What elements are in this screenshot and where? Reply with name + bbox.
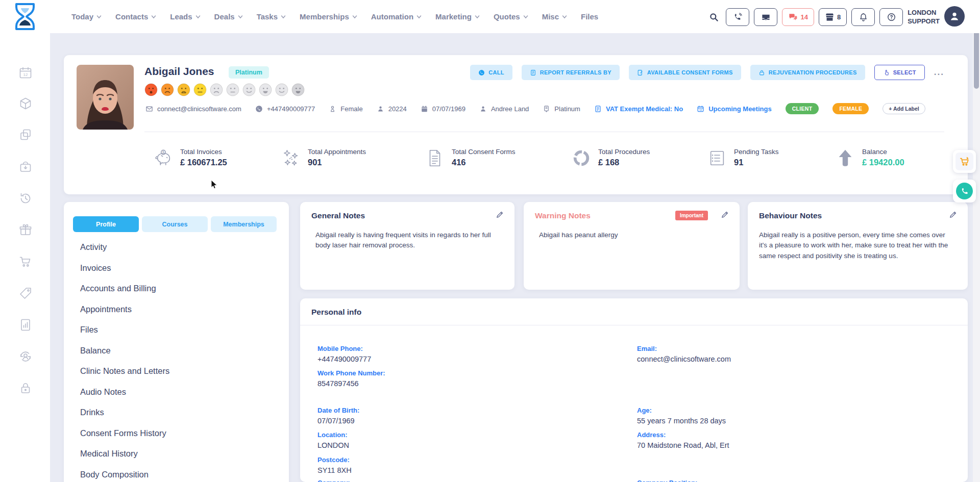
menu-item-appointments[interactable]: Appointments bbox=[80, 305, 132, 314]
menu-item-files[interactable]: Files bbox=[80, 325, 98, 335]
available-consent-forms-button[interactable]: AVAILABLE CONSENT FORMS bbox=[629, 65, 741, 80]
mood-happy-icon[interactable] bbox=[259, 83, 272, 96]
field-email: Email:connect@clinicsoftware.com bbox=[637, 345, 731, 363]
mood-angry-icon[interactable] bbox=[144, 83, 158, 96]
menu-item-balance[interactable]: Balance bbox=[80, 346, 111, 356]
rail-basket-calendar-icon[interactable] bbox=[18, 160, 33, 174]
rail-lock-icon[interactable] bbox=[18, 381, 33, 395]
user-avatar[interactable] bbox=[944, 6, 965, 27]
menu-item-activity[interactable]: Activity bbox=[80, 242, 107, 252]
mood-neutral-icon[interactable] bbox=[193, 83, 207, 96]
clinicsoftware-logo-icon[interactable] bbox=[12, 3, 38, 30]
rail-package-icon[interactable] bbox=[18, 96, 33, 111]
nav-item-files[interactable]: Files bbox=[581, 12, 598, 21]
patient-photo[interactable] bbox=[77, 65, 134, 130]
contact-link-vat-doc[interactable]: VAT Exempt Medical: No bbox=[594, 105, 683, 113]
edit-pencil-icon[interactable] bbox=[496, 210, 504, 219]
add-label-button[interactable]: + Add Label bbox=[883, 103, 925, 114]
mood-upset-icon[interactable] bbox=[161, 83, 174, 96]
rail-report-icon[interactable] bbox=[18, 318, 33, 332]
personal-info-title: Personal info bbox=[311, 308, 361, 317]
stat-value: 901 bbox=[308, 158, 366, 167]
nav-item-automation[interactable]: Automation bbox=[371, 12, 422, 21]
left-icon-rail: 12 bbox=[0, 33, 50, 482]
bell-icon bbox=[859, 12, 868, 22]
edit-pencil-icon[interactable] bbox=[721, 210, 729, 219]
task-list-icon bbox=[707, 148, 727, 170]
rail-account-sync-icon[interactable] bbox=[18, 349, 33, 364]
mood-pleased-icon[interactable] bbox=[275, 83, 288, 96]
menu-item-medical-history[interactable]: Medical History bbox=[80, 449, 138, 459]
help-icon bbox=[887, 12, 896, 22]
rail-cart-icon[interactable] bbox=[18, 255, 33, 269]
rail-history-icon[interactable] bbox=[18, 191, 33, 206]
menu-item-body-composition[interactable]: Body Composition bbox=[80, 470, 149, 479]
nav-item-leads[interactable]: Leads bbox=[170, 12, 200, 21]
mood-delighted-icon[interactable] bbox=[291, 83, 305, 96]
arrow-up-icon bbox=[836, 148, 855, 170]
search-icon bbox=[709, 12, 719, 22]
rejuvenation-procedures-button[interactable]: REJUVENATION PROCEDURES bbox=[750, 65, 865, 80]
stat-value: £ 19420.00 bbox=[862, 158, 904, 167]
store-button[interactable]: 8 bbox=[819, 8, 847, 26]
nav-item-marketing[interactable]: Marketing bbox=[435, 12, 480, 21]
general-notes-title: General Notes bbox=[311, 211, 365, 220]
contact-phone-circle: +447490009777 bbox=[255, 105, 315, 113]
stat-total-consent-forms: Total Consent Forms416 bbox=[425, 148, 516, 170]
menu-item-consent-forms-history[interactable]: Consent Forms History bbox=[80, 428, 166, 438]
stat-total-procedures: Total Procedures£ 168 bbox=[572, 148, 650, 170]
stat-balance: Balance£ 19420.00 bbox=[836, 148, 904, 170]
nav-item-memberships[interactable]: Memberships bbox=[300, 12, 357, 21]
menu-item-clinic-notes-and-letters[interactable]: Clinic Notes and Letters bbox=[80, 366, 169, 376]
search-button[interactable] bbox=[706, 8, 721, 26]
stat-value: £ 168 bbox=[598, 158, 650, 167]
rail-copy-icon[interactable] bbox=[18, 128, 33, 142]
tab-courses[interactable]: Courses bbox=[142, 216, 208, 232]
mood-unhappy-icon[interactable] bbox=[177, 83, 190, 96]
edit-pencil-icon[interactable] bbox=[949, 210, 958, 219]
more-options-button[interactable]: ... bbox=[934, 67, 944, 78]
mood-content-icon[interactable] bbox=[242, 83, 256, 96]
call-icon bbox=[478, 69, 485, 76]
nav-item-today[interactable]: Today bbox=[71, 12, 102, 21]
mood-sad-icon[interactable] bbox=[210, 83, 223, 96]
nav-item-deals[interactable]: Deals bbox=[214, 12, 243, 21]
menu-item-audio-notes[interactable]: Audio Notes bbox=[80, 387, 126, 397]
label-chip-client[interactable]: CLIENT bbox=[786, 103, 819, 114]
rail-price-tag-icon[interactable] bbox=[18, 286, 33, 300]
nav-item-misc[interactable]: Misc bbox=[542, 12, 567, 21]
chat-messages-button[interactable]: 14 bbox=[782, 8, 814, 26]
stat-value: £ 160671.25 bbox=[180, 158, 227, 167]
menu-item-drinks[interactable]: Drinks bbox=[80, 408, 104, 417]
label-chip-female[interactable]: FEMALE bbox=[832, 103, 869, 114]
stat-value: 416 bbox=[452, 158, 516, 167]
rail-gift-icon[interactable] bbox=[18, 223, 33, 237]
contact-link-meeting-calendar[interactable]: 12Upcoming Meetings bbox=[697, 105, 772, 113]
nav-item-tasks[interactable]: Tasks bbox=[257, 12, 286, 21]
field-work-phone-number: Work Phone Number:8547897456 bbox=[317, 369, 385, 388]
floating-whatsapp-button[interactable] bbox=[953, 180, 976, 202]
report-referrals-button[interactable]: REPORT REFERRALS BY bbox=[522, 65, 620, 80]
nav-item-contacts[interactable]: Contacts bbox=[115, 12, 156, 21]
select-button[interactable]: SELECT bbox=[874, 65, 925, 80]
svg-text:12: 12 bbox=[699, 108, 702, 111]
menu-item-invoices[interactable]: Invoices bbox=[80, 263, 111, 273]
field-address: Address:70 Maidstone Road, Abl, Ert bbox=[637, 431, 729, 449]
help-button[interactable] bbox=[879, 8, 903, 26]
tab-memberships[interactable]: Memberships bbox=[211, 216, 277, 232]
stat-label: Balance bbox=[862, 148, 904, 156]
phone-calls-button[interactable] bbox=[726, 8, 749, 26]
mood-meh-icon[interactable] bbox=[226, 83, 239, 96]
field-location: Location:LONDON bbox=[317, 431, 349, 449]
contact-award: Platinum bbox=[543, 105, 580, 113]
notifications-button[interactable] bbox=[851, 8, 875, 26]
floating-cart-button[interactable] bbox=[953, 150, 976, 173]
tab-profile[interactable]: Profile bbox=[73, 216, 139, 232]
piggy-bank-icon: $ bbox=[154, 148, 173, 170]
nav-item-quotes[interactable]: Quotes bbox=[494, 12, 528, 21]
menu-item-accounts-and-billing[interactable]: Accounts and Billing bbox=[80, 284, 156, 293]
inbox-button[interactable] bbox=[754, 8, 777, 26]
donut-chart-icon bbox=[572, 148, 591, 170]
call-button[interactable]: CALL bbox=[470, 65, 512, 80]
rail-calendar-icon[interactable]: 12 bbox=[18, 66, 33, 80]
